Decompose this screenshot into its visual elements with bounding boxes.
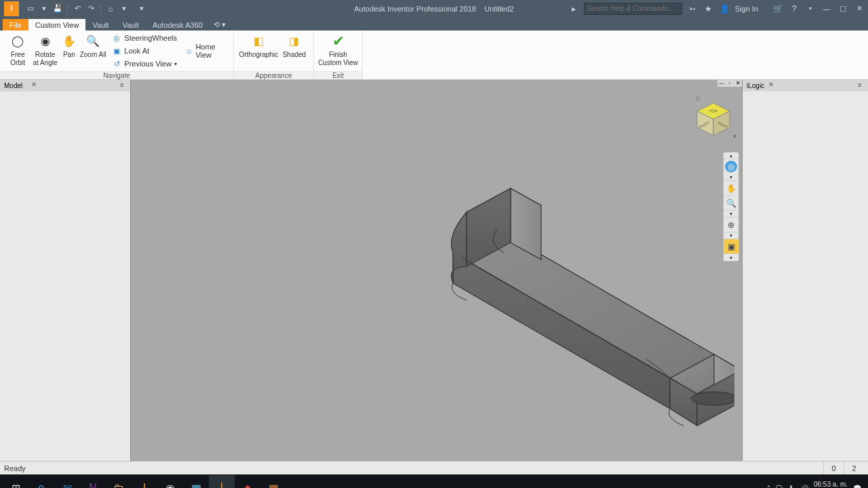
qat-save-icon[interactable]: 💾 (52, 3, 64, 15)
taskbar-inventor-active-icon[interactable]: I (209, 475, 235, 488)
help-icon[interactable]: ? (788, 3, 800, 15)
taskbar-inventor-icon[interactable]: I (132, 475, 157, 488)
signin-link[interactable]: Sign In (735, 5, 758, 13)
tray-monitor-icon[interactable]: 🖵 (776, 485, 783, 489)
model-panel-menu-icon[interactable]: ≡ (120, 81, 128, 89)
qat-open-icon[interactable]: ▾ (38, 3, 50, 15)
windows-taskbar: ⊞ e ✉ N 🗀 I ◉ ▦ I ◆ ▦ ˄ 🖵 🖧 🔊 06:53 a. m… (0, 474, 868, 488)
tab-a360[interactable]: Autodesk A360 (146, 19, 210, 30)
viewcube-menu-icon[interactable]: ▾ (733, 133, 736, 140)
home-icon: ⌂ (185, 46, 193, 56)
group-label-appearance: Appearance (234, 71, 313, 79)
shaded-button[interactable]: ◨ Shaded (279, 32, 309, 70)
ribbon-group-navigate: ◯ Free Orbit ◉ Rotate at Angle ✋ Pan 🔍 Z… (0, 30, 234, 79)
viewcube[interactable]: TOP FRONT RIGHT (693, 99, 734, 140)
user-icon[interactable]: 👤 (719, 3, 731, 15)
navbar-expand-top-icon[interactable]: ▴ (724, 152, 738, 159)
taskbar-chrome-icon[interactable]: ◉ (157, 475, 183, 488)
system-tray: ˄ 🖵 🖧 🔊 06:53 a. m. 18/09/2019 💬 (767, 481, 865, 489)
qat-dropdown-icon[interactable]: ▾ (118, 3, 130, 15)
ilogic-panel-menu-icon[interactable]: ≡ (858, 81, 866, 89)
tab-reset-icon[interactable]: ⟲ ▾ (210, 19, 230, 30)
vp-close-icon[interactable]: ✕ (734, 80, 742, 87)
qat-undo-icon[interactable]: ↶ (71, 3, 83, 15)
free-orbit-label: Free Orbit (4, 51, 31, 66)
taskbar-onenote-icon[interactable]: N (80, 475, 106, 488)
svg-point-9 (691, 392, 734, 405)
taskbar-outlook-icon[interactable]: ✉ (54, 475, 80, 488)
ribbon-group-exit: ✔ Finish Custom View Exit (314, 30, 363, 79)
tab-vault[interactable]: Vault (85, 19, 115, 30)
navbar-orbit-icon[interactable]: ⊕ (724, 218, 738, 232)
tray-volume-icon[interactable]: 🔊 (800, 485, 808, 489)
navbar-lookat-icon[interactable]: ▣ (724, 239, 738, 254)
look-at-button[interactable]: ▣ Look At (109, 45, 180, 57)
prev-dropdown-icon[interactable]: ▾ (174, 61, 177, 67)
orthographic-button[interactable]: ◧ Orthographic (238, 32, 279, 70)
steering-label: SteeringWheels (124, 34, 177, 42)
navbar-zoom-dropdown-icon[interactable]: ▾ (724, 211, 738, 218)
search-expand-icon[interactable]: ▸ (568, 3, 580, 15)
tab-vault-2[interactable]: Vault (116, 19, 146, 30)
taskbar-explorer-icon[interactable]: 🗀 (106, 475, 132, 488)
taskbar-app2-icon[interactable]: ▦ (260, 475, 286, 488)
qat-new-icon[interactable]: ▭ (24, 3, 37, 15)
prev-icon: ↺ (112, 59, 121, 68)
tray-notifications-icon[interactable]: 💬 (853, 485, 861, 489)
model-tab-close-icon[interactable]: ✕ (31, 81, 37, 88)
taskbar-app-icon[interactable]: ◆ (235, 475, 260, 488)
zoom-label: Zoom All (80, 51, 106, 59)
rotate-label: Rotate at Angle (31, 51, 58, 66)
finish-icon: ✔ (330, 33, 347, 49)
navbar-zoom-icon[interactable]: 🔍 (724, 196, 738, 211)
rotate-at-angle-button[interactable]: ◉ Rotate at Angle (31, 32, 58, 70)
previous-view-button[interactable]: ↺ Previous View ▾ (109, 58, 180, 70)
shaded-label: Shaded (283, 51, 306, 59)
login-arrow-icon[interactable]: ➳ (686, 3, 698, 15)
lookat-icon: ▣ (112, 46, 121, 56)
maximize-button[interactable]: ▢ (837, 3, 849, 15)
tab-file[interactable]: File (3, 19, 28, 30)
qat-redo-icon[interactable]: ↷ (85, 3, 97, 15)
tray-network-icon[interactable]: 🖧 (788, 485, 795, 489)
favorite-icon[interactable]: ★ (703, 3, 715, 15)
finish-custom-view-button[interactable]: ✔ Finish Custom View (318, 32, 358, 70)
status-count-0: 0 (823, 462, 844, 474)
free-orbit-button[interactable]: ◯ Free Orbit (4, 32, 31, 70)
ilogic-tab-close-icon[interactable]: ✕ (768, 81, 774, 88)
navbar-expand-bottom-icon[interactable]: ▾ (724, 254, 738, 261)
navbar-wheel-icon[interactable]: ◎ (725, 161, 737, 173)
minimize-button[interactable]: — (821, 3, 833, 15)
part-model[interactable] (294, 141, 734, 432)
navbar-wheel-dropdown-icon[interactable]: ▾ (724, 174, 738, 181)
cart-icon[interactable]: 🛒 (772, 3, 784, 15)
home-view-button[interactable]: ⌂ Home View (182, 45, 229, 57)
taskbar-photos-icon[interactable]: ▦ (183, 475, 209, 488)
navbar-pan-icon[interactable]: ✋ (724, 181, 738, 196)
ilogic-tab[interactable]: iLogic ✕ (743, 80, 868, 92)
titlebar-right: ▸ ➳ ★ 👤 Sign In 🛒 ? ▾ — ▢ ✕ (568, 3, 868, 15)
model-tab[interactable]: Model ✕ (0, 80, 130, 92)
vp-minimize-icon[interactable]: — (717, 80, 726, 87)
taskbar-clock[interactable]: 06:53 a. m. 18/09/2019 (814, 481, 848, 489)
tab-custom-view[interactable]: Custom View (28, 19, 86, 30)
pan-button[interactable]: ✋ Pan (59, 32, 79, 70)
navbar-orbit-dropdown-icon[interactable]: ▾ (724, 232, 738, 239)
help-search-input[interactable] (584, 3, 682, 15)
zoom-all-button[interactable]: 🔍 Zoom All (79, 32, 106, 70)
help-dropdown-icon[interactable]: ▾ (804, 3, 816, 15)
pan-icon: ✋ (61, 33, 77, 49)
viewport[interactable]: — ▫ ✕ (131, 80, 742, 461)
qat-home-icon[interactable]: ⌂ (104, 3, 117, 15)
steering-wheels-button[interactable]: ◎ SteeringWheels (109, 32, 180, 44)
tray-up-icon[interactable]: ˄ (767, 485, 770, 489)
qat-customize-icon[interactable]: ▾ (136, 3, 148, 15)
vp-restore-icon[interactable]: ▫ (726, 80, 734, 87)
rotate-icon: ◉ (37, 33, 54, 49)
taskbar-ie-icon[interactable]: e (28, 475, 54, 488)
lookat-label: Look At (124, 47, 149, 55)
clock-time: 06:53 a. m. (814, 481, 848, 489)
start-button[interactable]: ⊞ (3, 475, 28, 488)
orthographic-icon: ◧ (250, 33, 267, 49)
close-button[interactable]: ✕ (853, 3, 865, 15)
